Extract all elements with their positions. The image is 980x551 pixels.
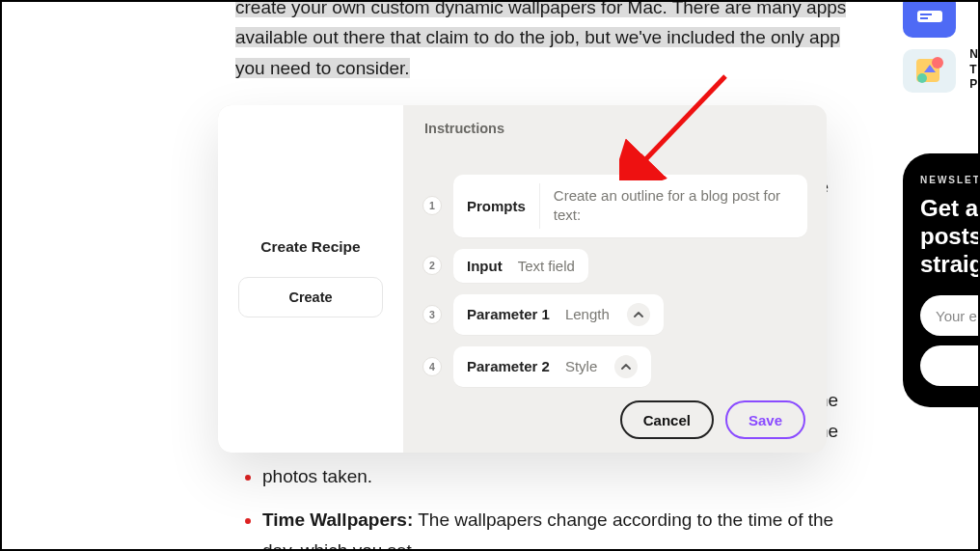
step-row-prompts: 1 Prompts Create an outline for a blog p… [422, 175, 807, 237]
thumbnail-label: N T P [969, 47, 978, 93]
thumbnail-card[interactable] [903, 0, 956, 38]
newsletter-panel: NEWSLETT Get al posts straig Your e [903, 153, 978, 407]
prompts-chip[interactable]: Prompts Create an outline for a blog pos… [453, 175, 807, 237]
step-number: 3 [422, 305, 442, 324]
chip-label: Parameter 1 [467, 306, 550, 322]
chip-value: Length [565, 306, 610, 322]
cancel-button[interactable]: Cancel [620, 400, 714, 439]
step-row-param2: 4 Parameter 2 Style [422, 346, 807, 387]
input-chip[interactable]: Input Text field [453, 249, 588, 283]
newsletter-tag: NEWSLETT [920, 175, 978, 185]
chevron-up-icon[interactable] [614, 355, 638, 378]
create-recipe-modal: Create Recipe Create Instructions 1 Prom… [218, 105, 827, 453]
create-button[interactable]: Create [238, 277, 383, 317]
step-row-input: 2 Input Text field [422, 249, 807, 283]
parameter-1-chip[interactable]: Parameter 1 Length [453, 294, 664, 335]
list-item: Time Wallpapers: The wallpapers change a… [262, 505, 853, 551]
chip-label: Input [467, 258, 503, 274]
sidebar-title: Create Recipe [260, 238, 360, 256]
svg-rect-1 [920, 14, 932, 15]
svg-point-5 [917, 73, 927, 83]
chevron-up-icon[interactable] [627, 303, 650, 326]
thumbnail-card[interactable] [903, 49, 956, 93]
svg-point-4 [932, 57, 943, 69]
modal-footer: Cancel Save [620, 400, 805, 439]
chip-label: Parameter 2 [467, 358, 550, 374]
parameter-2-chip[interactable]: Parameter 2 Style [453, 346, 651, 387]
list-item: photos taken. [262, 461, 853, 491]
step-number: 2 [422, 256, 442, 275]
highlighted-text: create your own custom dynamic wallpaper… [235, 0, 846, 78]
email-field[interactable]: Your e [920, 295, 978, 336]
modal-title: Instructions [424, 121, 807, 136]
step-row-param1: 3 Parameter 1 Length [422, 294, 807, 335]
step-number: 1 [422, 196, 442, 215]
svg-rect-0 [917, 11, 942, 22]
chip-value: Create an outline for a blog post for te… [539, 183, 794, 229]
newsletter-headline: Get al posts straig [920, 195, 978, 278]
modal-main: Instructions 1 Prompts Create an outline… [403, 105, 827, 453]
step-number: 4 [422, 357, 442, 376]
subscribe-button[interactable] [920, 345, 978, 386]
bullet-label: Time Wallpapers: [262, 510, 413, 530]
chip-value: Style [565, 358, 597, 374]
save-button[interactable]: Save [725, 400, 805, 439]
list-item-text: photos taken. [262, 466, 372, 486]
chip-label: Prompts [467, 198, 526, 214]
sidebar-related: N T P [903, 2, 978, 104]
svg-rect-2 [920, 17, 928, 19]
modal-sidebar: Create Recipe Create [218, 105, 403, 453]
chip-value: Text field [518, 258, 575, 274]
